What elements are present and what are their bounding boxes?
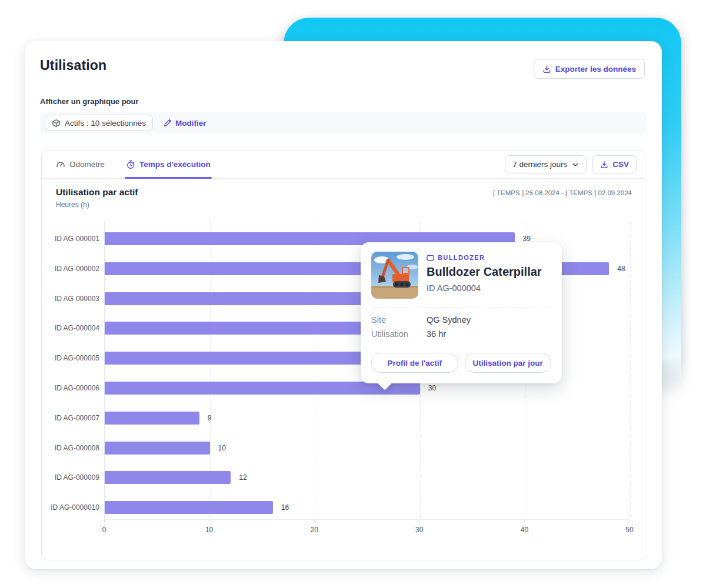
tab-odometer-label: Odomètre (69, 160, 105, 169)
tab-runtime[interactable]: Temps d'exécution (126, 151, 211, 178)
utilisation-per-day-button[interactable]: Utilisation par jour (465, 353, 552, 373)
x-tick-label: 20 (311, 526, 318, 534)
asset-type-label: BULLDOZER (438, 254, 485, 261)
utilisation-label: Utilisation (371, 329, 427, 339)
chart-header: Utilisation par actif Heures (h) [ TEMPS… (56, 187, 632, 209)
axis-tick-mark (104, 520, 105, 522)
asset-id: ID AG-000004 (427, 283, 542, 293)
chevron-down-icon (572, 161, 579, 168)
x-tick-label: 40 (521, 526, 528, 534)
tooltip-head-text: BULLDOZER Bulldozer Caterpillar ID AG-00… (427, 252, 542, 299)
export-data-button[interactable]: Exporter les données (534, 59, 645, 79)
tab-odometer[interactable]: Odomètre (56, 151, 105, 178)
bar-value-label: 30 (428, 382, 436, 395)
x-tick-label: 0 (102, 526, 106, 534)
y-axis-label: ID AG-000004 (42, 324, 99, 332)
bar-value-label: 10 (218, 442, 226, 455)
assets-filter-chip[interactable]: Actifs : 10 sélectionnés (45, 115, 153, 131)
export-data-label: Exporter les données (555, 65, 636, 74)
filter-strip: Actifs : 10 sélectionnés Modifier (40, 112, 647, 134)
axis-tick-mark (419, 520, 420, 522)
date-range-label: [ TEMPS ] 25.08.2024 - [ TEMPS ] 02.09.2… (493, 187, 632, 196)
page: Utilisation Exporter les données Affiche… (0, 0, 706, 588)
utilisation-panel: Utilisation Exporter les données Affiche… (25, 41, 662, 569)
csv-export-button[interactable]: CSV (592, 155, 637, 173)
pencil-icon (164, 119, 172, 127)
x-tick-label: 30 (415, 526, 423, 534)
bar-value-label: 9 (208, 412, 212, 425)
site-label: Site (371, 315, 427, 325)
bar-ID AG-000007[interactable] (105, 412, 199, 425)
tooltip-detail-rows: Site QG Sydney Utilisation 36 hr (361, 308, 562, 345)
modify-link[interactable]: Modifier (164, 119, 207, 128)
y-axis-label: ID AG-000001 (42, 235, 99, 243)
tooltip-actions: Profil de l'actif Utilisation par jour (361, 345, 562, 383)
axis-tick-mark (209, 520, 210, 522)
assets-filter-chip-label: Actifs : 10 sélectionnés (65, 119, 146, 128)
stopwatch-icon (126, 160, 135, 169)
filter-section-label: Afficher un graphique pour (40, 97, 139, 106)
bar-ID AG-000008[interactable] (105, 442, 210, 455)
y-axis-label: ID AG-000003 (42, 295, 99, 303)
tooltip-header: BULLDOZER Bulldozer Caterpillar ID AG-00… (361, 242, 562, 306)
axis-tick-mark (524, 520, 525, 522)
chart-unit-label: Heures (h) (56, 201, 138, 209)
site-value: QG Sydney (427, 315, 471, 325)
chart-controls: 7 derniers jours CSV (505, 151, 645, 178)
axis-tick-mark (630, 520, 630, 522)
y-axis-label: ID AG-000007 (42, 414, 99, 422)
x-tick-label: 50 (625, 526, 633, 534)
tab-bar: Odomètre Temps d'exécution 7 derniers jo… (42, 151, 645, 179)
bar-ID AG-000009[interactable] (105, 471, 231, 484)
utilisation-value: 36 hr (427, 329, 446, 339)
chart-title: Utilisation par actif (56, 187, 138, 198)
y-axis-label: ID AG-0000010 (42, 503, 99, 512)
tag-icon (427, 255, 434, 261)
y-axis-labels: ID AG-000001ID AG-000002ID AG-000003ID A… (42, 221, 99, 520)
y-axis-label: ID AG-000006 (42, 384, 99, 392)
y-axis-label: ID AG-000005 (42, 354, 99, 362)
axis-tick-mark (314, 520, 315, 522)
y-axis-label: ID AG-000002 (42, 265, 99, 273)
asset-profile-button[interactable]: Profil de l'actif (371, 353, 458, 373)
download-icon (542, 65, 551, 74)
x-axis-ticks: 01020304050 (104, 520, 630, 539)
download-icon (600, 161, 608, 169)
bar-value-label: 48 (617, 262, 625, 275)
period-select[interactable]: 7 derniers jours (505, 155, 587, 173)
period-select-value: 7 derniers jours (512, 160, 567, 169)
tab-runtime-label: Temps d'exécution (139, 160, 211, 169)
bar-value-label: 12 (239, 471, 247, 484)
modify-link-label: Modifier (175, 119, 207, 128)
csv-export-label: CSV (612, 160, 629, 169)
y-axis-label: ID AG-000009 (42, 473, 99, 482)
x-tick-label: 10 (205, 526, 213, 534)
asset-type-badge: BULLDOZER (427, 254, 542, 261)
bar-value-label: 16 (281, 501, 289, 514)
asset-name: Bulldozer Caterpillar (427, 265, 542, 279)
bar-ID AG-0000010[interactable] (105, 501, 273, 514)
gridline (630, 221, 631, 519)
utilisation-row: Utilisation 36 hr (371, 329, 551, 339)
excavator-photo (371, 252, 418, 299)
y-axis-label: ID AG-000008 (42, 444, 99, 452)
page-title: Utilisation (40, 58, 106, 74)
site-row: Site QG Sydney (371, 315, 551, 325)
cube-icon (52, 119, 61, 128)
bar-ID AG-000006[interactable] (105, 382, 420, 395)
asset-tooltip: BULLDOZER Bulldozer Caterpillar ID AG-00… (361, 242, 562, 383)
gauge-icon (56, 160, 65, 169)
